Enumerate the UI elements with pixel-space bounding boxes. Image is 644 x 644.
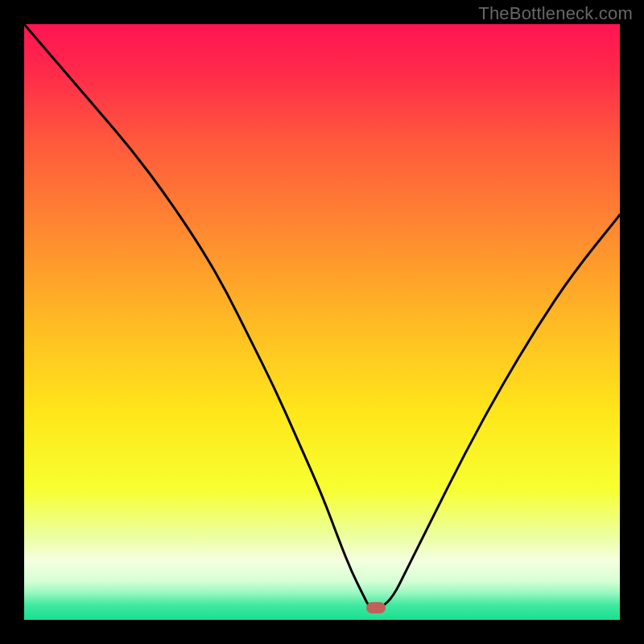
chart-frame: TheBottleneck.com (0, 0, 644, 644)
gradient-rect (24, 24, 620, 620)
plot-area (24, 24, 620, 620)
plot-svg (24, 24, 620, 620)
optimal-point-marker (366, 602, 386, 613)
watermark-label: TheBottleneck.com (478, 3, 633, 24)
